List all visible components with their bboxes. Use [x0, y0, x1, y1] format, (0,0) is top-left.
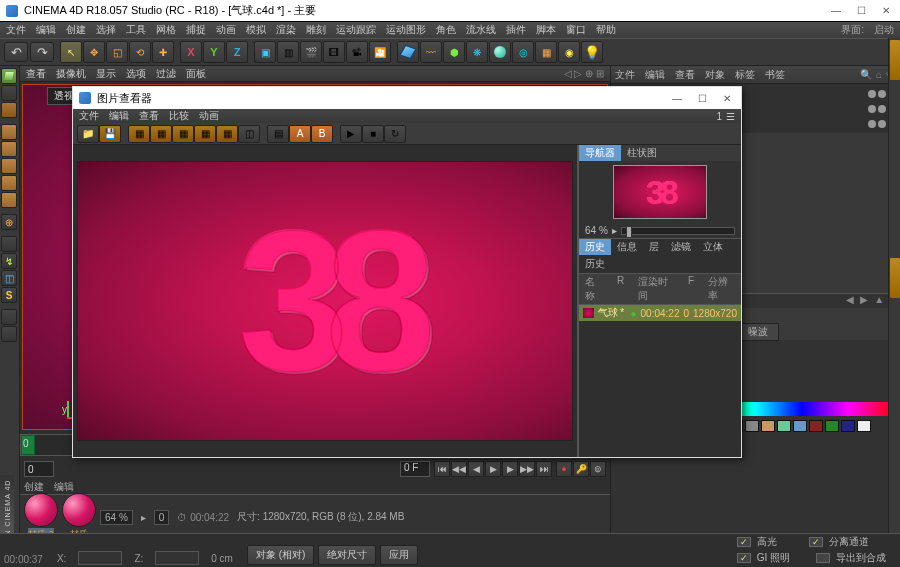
add-deformer-button[interactable]: ❋: [466, 41, 488, 63]
point-mode-button[interactable]: [1, 124, 17, 140]
pv-histtab-历史[interactable]: 历史: [579, 239, 611, 255]
frame-current-display[interactable]: 0 F: [400, 461, 430, 477]
menu-插件[interactable]: 插件: [506, 23, 526, 37]
color-swatch[interactable]: [793, 420, 807, 432]
pv-loop-button[interactable]: ↻: [384, 125, 406, 143]
highlight-checkbox[interactable]: ✓: [737, 537, 751, 547]
menu-帮助[interactable]: 帮助: [596, 23, 616, 37]
objmgr-对象[interactable]: 对象: [705, 68, 725, 82]
material-preview-1[interactable]: [24, 493, 58, 527]
pv-history-row[interactable]: 气球 * ● 00:04:22 0 1280x720: [579, 305, 741, 321]
add-spline-button[interactable]: 〰: [420, 41, 442, 63]
pv-info-button[interactable]: ◫: [238, 125, 260, 143]
pv-menu-文件[interactable]: 文件: [79, 109, 99, 123]
material-preview-2[interactable]: [62, 493, 96, 527]
attr-next-icon[interactable]: ▶: [860, 294, 868, 308]
pv-menu-比较[interactable]: 比较: [169, 109, 189, 123]
minimize-button[interactable]: —: [831, 5, 841, 16]
pv-canvas-area[interactable]: 38: [73, 145, 577, 457]
dock-tab-2[interactable]: [890, 258, 900, 298]
xray-button[interactable]: [1, 309, 17, 325]
pv-zoom-value[interactable]: 64 %: [585, 225, 608, 236]
pv-tab-histogram[interactable]: 柱状图: [621, 145, 663, 161]
last-tool[interactable]: ✚: [152, 41, 174, 63]
menu-角色[interactable]: 角色: [436, 23, 456, 37]
objmgr-标签[interactable]: 标签: [735, 68, 755, 82]
axis-z-lock[interactable]: Z: [226, 41, 248, 63]
objmgr-编辑[interactable]: 编辑: [645, 68, 665, 82]
menu-动画[interactable]: 动画: [216, 23, 236, 37]
key-options-button[interactable]: ⊚: [590, 461, 606, 477]
scale-tool[interactable]: ◱: [106, 41, 128, 63]
menu-创建[interactable]: 创建: [66, 23, 86, 37]
vp-menu-过滤[interactable]: 过滤: [156, 67, 176, 81]
pv-menu-查看[interactable]: 查看: [139, 109, 159, 123]
render-pv-button[interactable]: 🎬: [300, 41, 322, 63]
add-light-button[interactable]: ▦: [535, 41, 557, 63]
pv-r-button[interactable]: ▦: [150, 125, 172, 143]
attr-tab-噪波[interactable]: 噪波: [737, 323, 779, 341]
material-zoom-display[interactable]: 64 %: [100, 510, 133, 525]
menu-运动图形[interactable]: 运动图形: [386, 23, 426, 37]
menu-选择[interactable]: 选择: [96, 23, 116, 37]
move-tool[interactable]: ✥: [83, 41, 105, 63]
menu-雕刻[interactable]: 雕刻: [306, 23, 326, 37]
pv-rgb-button[interactable]: ▦: [128, 125, 150, 143]
vp-menu-选项[interactable]: 选项: [126, 67, 146, 81]
attr-prev-icon[interactable]: ◀: [846, 294, 854, 308]
edge-mode-button[interactable]: [1, 141, 17, 157]
pv-close-button[interactable]: ✕: [723, 93, 731, 104]
vp-menu-查看[interactable]: 查看: [26, 67, 46, 81]
pv-histtab-立体[interactable]: 立体: [697, 239, 729, 255]
vp-menu-面板[interactable]: 面板: [186, 67, 206, 81]
render-view-button[interactable]: ▣: [254, 41, 276, 63]
isoline-button[interactable]: [1, 326, 17, 342]
locked-workplane-button[interactable]: S: [1, 287, 17, 303]
pv-ab-a-button[interactable]: A: [289, 125, 311, 143]
workplane-button[interactable]: ◫: [1, 270, 17, 286]
add-environment-button[interactable]: [489, 41, 511, 63]
axis-x-lock[interactable]: X: [180, 41, 202, 63]
menu-工具[interactable]: 工具: [126, 23, 146, 37]
prev-frame-button[interactable]: ◀: [468, 461, 484, 477]
vp-menu-摄像机[interactable]: 摄像机: [56, 67, 86, 81]
maximize-button[interactable]: ☐: [857, 5, 866, 16]
viewport-nav-icons[interactable]: ◁ ▷ ⊕ ⊞: [564, 68, 604, 79]
menu-网格[interactable]: 网格: [156, 23, 176, 37]
goto-end-button[interactable]: ⏭: [536, 461, 552, 477]
object-mode-button[interactable]: [1, 102, 17, 118]
attr-up-icon[interactable]: ▲: [874, 294, 884, 308]
pv-histtab-层[interactable]: 层: [643, 239, 665, 255]
pv-g-button[interactable]: ▦: [172, 125, 194, 143]
layout-selector[interactable]: 启动: [874, 23, 894, 37]
rotate-tool[interactable]: ⟲: [129, 41, 151, 63]
next-frame-button[interactable]: ▶: [502, 461, 518, 477]
add-scene-button[interactable]: ◉: [558, 41, 580, 63]
pv-b-button[interactable]: ▦: [194, 125, 216, 143]
goto-start-button[interactable]: ⏮: [434, 461, 450, 477]
menu-模拟[interactable]: 模拟: [246, 23, 266, 37]
objmgr-书签[interactable]: 书签: [765, 68, 785, 82]
coord-x-input[interactable]: [78, 551, 122, 565]
home-icon[interactable]: ⌂: [876, 69, 882, 80]
frame-start-input[interactable]: [24, 461, 54, 477]
color-swatch[interactable]: [777, 420, 791, 432]
render-queue-button[interactable]: 📽: [346, 41, 368, 63]
material-frame-display[interactable]: 0: [154, 510, 170, 525]
coord-mode-dropdown[interactable]: 对象 (相对): [247, 545, 314, 565]
pv-histtab-滤镜[interactable]: 滤镜: [665, 239, 697, 255]
prev-key-button[interactable]: ◀◀: [451, 461, 467, 477]
pv-save-button[interactable]: 💾: [99, 125, 121, 143]
size-mode-dropdown[interactable]: 绝对尺寸: [318, 545, 376, 565]
mat-tab-create[interactable]: 创建: [24, 480, 44, 494]
color-swatch[interactable]: [825, 420, 839, 432]
menu-脚本[interactable]: 脚本: [536, 23, 556, 37]
out-checkbox[interactable]: [816, 553, 830, 563]
menu-捕捉[interactable]: 捕捉: [186, 23, 206, 37]
play-button[interactable]: ▶: [485, 461, 501, 477]
pv-alpha-button[interactable]: ▦: [216, 125, 238, 143]
objmgr-文件[interactable]: 文件: [615, 68, 635, 82]
texture-mode-button[interactable]: [1, 85, 17, 101]
redo-button[interactable]: ↷: [30, 42, 54, 62]
search-icon[interactable]: 🔍: [860, 69, 872, 80]
